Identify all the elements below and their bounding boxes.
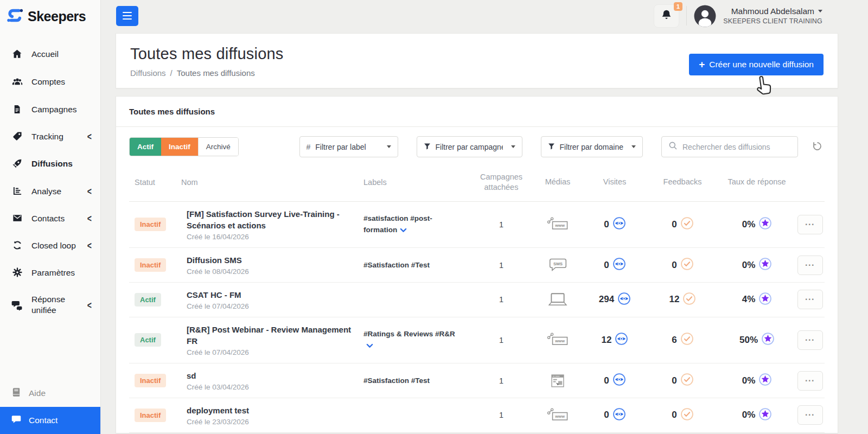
status-badge: Inactif — [135, 409, 166, 422]
chevron-left-icon[interactable]: < — [87, 299, 92, 311]
filter-bar: ActifInactifArchivé # Filtrer par label … — [116, 127, 838, 157]
feedbacks-cell: 0 — [646, 258, 719, 272]
page-title: Toutes mes diffusions — [130, 45, 284, 63]
sidebar-item-label: Tracking — [31, 131, 63, 142]
sidebar-item-contacts[interactable]: Contacts< — [0, 205, 100, 232]
visits-count: 294 — [599, 294, 614, 305]
visits-cell: 12 — [584, 333, 646, 347]
domain-filter-dropdown[interactable]: Filtrer par domaine — [541, 136, 643, 157]
diffusion-name[interactable]: deployment test — [187, 405, 363, 417]
column-header-labels: Labels — [363, 178, 471, 187]
row-actions-button[interactable]: ... — [797, 330, 823, 350]
sidebar-item-aide[interactable]: Aide — [0, 380, 100, 407]
sidebar-item-param-tres[interactable]: Paramètres — [0, 259, 100, 286]
svg-text:www: www — [554, 414, 565, 419]
response-star-icon — [759, 258, 771, 272]
column-header-nom: Nom — [181, 178, 363, 187]
response-rate: 0% — [742, 260, 756, 271]
sidebar-item-accueil[interactable]: Accueil — [0, 40, 100, 68]
labels-expand-chevron-icon[interactable] — [400, 225, 407, 237]
brand[interactable]: Skeepers — [0, 0, 100, 31]
sidebar-item-campagnes[interactable]: Campagnes — [0, 96, 100, 123]
column-header-feedbacks: Feedbacks — [646, 177, 719, 187]
status-filter-archiv[interactable]: Archivé — [198, 138, 238, 156]
comment-icon — [11, 414, 22, 427]
feedbacks-cell: 6 — [646, 333, 719, 347]
avatar[interactable] — [694, 5, 716, 27]
row-actions-button[interactable]: ... — [797, 290, 823, 309]
menu-toggle-button[interactable] — [116, 6, 138, 26]
sidebar-item-comptes[interactable]: Comptes — [0, 68, 100, 96]
skeepers-logo-icon — [7, 7, 23, 26]
svg-text:www: www — [554, 339, 565, 344]
visits-cell: 0 — [584, 217, 646, 232]
user-menu[interactable]: Mahmoud Abdelsalam SKEEPERS CLIENT TRAIN… — [723, 6, 822, 25]
create-diffusion-button[interactable]: + Créer une nouvelle diffusion — [689, 54, 824, 75]
feedback-check-icon — [681, 333, 693, 347]
views-eye-icon — [618, 292, 630, 307]
column-header-campagnes-attach-es: Campagnes attachées — [471, 172, 532, 193]
table-row: Inactif[FM] Satisfaction Survey Live-Tra… — [129, 202, 825, 248]
visits-cell: 0 — [584, 373, 646, 388]
diffusion-name[interactable]: sd — [187, 370, 363, 382]
laptop-icon — [532, 292, 584, 307]
sidebar-item-tracking[interactable]: Tracking< — [0, 123, 100, 150]
diffusion-name[interactable]: [R&R] Post Webinar - Review Management F… — [187, 324, 363, 348]
chevron-left-icon[interactable]: < — [87, 213, 92, 225]
user-name: Mahmoud Abdelsalam — [731, 6, 814, 17]
row-actions-button[interactable]: ... — [797, 371, 823, 391]
diffusion-name[interactable]: CSAT HC - FM — [187, 289, 363, 301]
reset-filters-button[interactable] — [810, 139, 825, 155]
labels-expand-chevron-icon[interactable] — [366, 340, 373, 352]
attached-campaigns-count: 1 — [471, 295, 532, 304]
chevron-left-icon[interactable]: < — [87, 240, 92, 252]
row-actions-button[interactable]: ... — [797, 256, 823, 275]
label-filter-dropdown[interactable]: # Filtrer par label — [299, 136, 398, 157]
sidebar-item-contact[interactable]: Contact — [0, 407, 100, 434]
chevron-down-icon — [818, 10, 822, 12]
table-row: InactifDiffusion SMSCréé le 08/04/2026#S… — [129, 248, 825, 283]
search-icon — [668, 141, 678, 152]
search-input[interactable] — [682, 143, 791, 151]
views-eye-icon — [613, 258, 626, 272]
breadcrumb-diffusions[interactable]: Diffusions — [130, 68, 166, 78]
visits-count: 0 — [604, 410, 609, 420]
created-date: Créé le 03/04/2026 — [187, 383, 363, 391]
created-date: Créé le 08/04/2026 — [187, 267, 363, 276]
svg-text:www: www — [554, 224, 565, 228]
attached-campaigns-count: 1 — [471, 376, 532, 385]
status-filter-actif[interactable]: Actif — [130, 138, 161, 156]
diffusions-table: StatutNomLabelsCampagnes attachéesMédias… — [116, 157, 838, 433]
visits-count: 0 — [604, 219, 609, 230]
web-link-icon: www — [532, 333, 584, 347]
attached-campaigns-count: 1 — [471, 411, 532, 419]
envelope-icon — [11, 213, 23, 224]
file-icon — [11, 104, 23, 114]
home-icon — [11, 48, 23, 60]
sidebar-item-analyse[interactable]: Analyse< — [0, 177, 100, 205]
campaign-filter-dropdown[interactable]: Filtrer par campagne — [417, 136, 522, 157]
column-header-taux-de-r-ponse: Taux de réponse — [719, 177, 794, 187]
created-date: Créé le 23/03/2026 — [187, 418, 363, 426]
sidebar-footer: AideContact — [0, 380, 100, 434]
diffusion-name[interactable]: [FM] Satisfaction Survey Live-Training -… — [187, 208, 363, 232]
row-actions-button[interactable]: ... — [797, 215, 823, 234]
gear-icon — [11, 267, 23, 278]
diffusions-panel: Toutes mes diffusions ActifInactifArchiv… — [116, 96, 838, 433]
chevron-left-icon[interactable]: < — [87, 131, 92, 143]
labels: #Ratings & Reviews #R&R — [363, 328, 471, 352]
chevron-left-icon[interactable]: < — [87, 186, 92, 197]
status-filter-inactif[interactable]: Inactif — [161, 138, 198, 156]
table-row: Inactifdeployment testCréé le 23/03/2026… — [129, 398, 825, 433]
row-actions-button[interactable]: ... — [797, 405, 823, 425]
users-icon — [11, 76, 23, 88]
sidebar-item-closed-loop[interactable]: Closed loop< — [0, 232, 100, 259]
sidebar-item-diffusions[interactable]: Diffusions — [0, 150, 100, 177]
response-star-icon — [762, 333, 774, 347]
diffusion-name[interactable]: Diffusion SMS — [187, 254, 363, 266]
sidebar-item-label: Paramètres — [31, 267, 75, 278]
notifications-button[interactable]: 1 — [654, 4, 679, 28]
feedbacks-count: 0 — [672, 260, 676, 271]
notification-badge: 1 — [674, 2, 682, 11]
sidebar-item-r-ponse-unifi-e[interactable]: Réponse unifiée< — [0, 286, 100, 323]
